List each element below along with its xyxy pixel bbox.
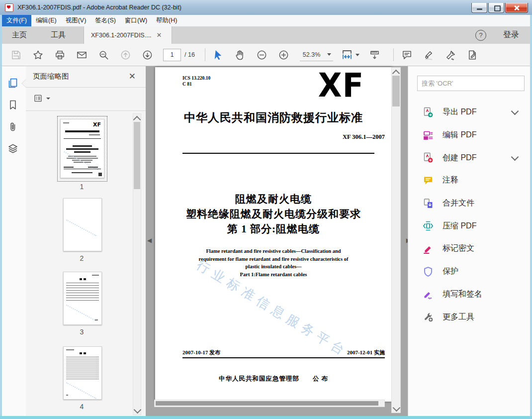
next-page-button[interactable]	[141, 49, 153, 61]
thumbnail-page-3[interactable]	[63, 272, 102, 325]
tab-document[interactable]: XF306.1-2007FDIS.... ✕	[84, 26, 172, 44]
tool-create-pdf[interactable]: 创建 PDF	[408, 146, 532, 169]
thumbnail-number: 2	[57, 254, 106, 262]
publisher-line: 中华人民共和国应急管理部 公 布	[155, 375, 392, 383]
header-rule	[182, 153, 374, 154]
star-icon	[32, 49, 44, 61]
toolbar-separator	[205, 48, 205, 61]
thumbnail-page-1[interactable]: XF	[60, 119, 104, 178]
tools-list: 导出 PDF 编辑 PDF 创建 PDF 注释	[408, 101, 532, 328]
fill-sign-icon	[422, 288, 434, 300]
protect-shield-icon	[422, 266, 434, 278]
page-down-icon	[142, 49, 153, 61]
fill-sign-button[interactable]	[466, 49, 478, 61]
vertical-scrollbar[interactable]	[391, 67, 401, 413]
select-tool-button[interactable]	[212, 49, 224, 61]
list-options-icon	[33, 93, 43, 104]
window-frame-right	[530, 15, 532, 419]
help-icon[interactable]: ?	[475, 30, 486, 41]
tool-label: 合并文件	[443, 198, 474, 209]
panel-scrollbar-thumb[interactable]	[134, 122, 140, 189]
panel-divider	[26, 110, 146, 111]
layers-button[interactable]	[0, 138, 26, 160]
window-frame-left	[0, 15, 2, 419]
search-button[interactable]	[97, 49, 109, 61]
page-fit-dropdown[interactable]	[341, 49, 359, 61]
save-button[interactable]	[10, 49, 22, 61]
tool-combine-files[interactable]: 合并文件	[408, 192, 532, 215]
close-button[interactable]	[505, 3, 528, 13]
thumbnails-panel: 页面缩略图 ✕ XF	[26, 66, 146, 419]
zoom-in-button[interactable]	[278, 49, 290, 61]
attachments-button[interactable]	[0, 116, 26, 138]
standard-category: 中华人民共和国消防救援行业标准	[155, 110, 392, 125]
menu-window[interactable]: 窗口(W)	[120, 15, 152, 26]
comment-button[interactable]	[401, 49, 413, 61]
page-thumbnails-icon	[7, 77, 19, 89]
compress-pdf-icon	[422, 220, 434, 232]
tool-comment[interactable]: 注释	[408, 169, 532, 192]
hand-tool-button[interactable]	[234, 49, 246, 61]
zoom-level-dropdown[interactable]: 52.3%	[300, 49, 333, 61]
tool-fill-sign[interactable]: 填写和签名	[408, 283, 532, 306]
create-pdf-icon	[422, 152, 434, 164]
tool-label: 压缩 PDF	[443, 221, 476, 231]
menu-view[interactable]: 视图(V)	[61, 15, 91, 26]
print-button[interactable]	[54, 49, 66, 61]
collapse-left-panel-icon[interactable]: ◀	[147, 237, 152, 244]
chevron-down-icon	[511, 107, 519, 115]
scroll-down-icon[interactable]	[134, 406, 142, 414]
horizontal-scrollbar-thumb[interactable]	[156, 401, 378, 406]
previous-page-button[interactable]	[119, 49, 131, 61]
zoom-out-button[interactable]	[256, 49, 268, 61]
select-cursor-icon	[212, 49, 224, 61]
thumbnail-page-2[interactable]	[63, 198, 102, 251]
thumbnail-number: 4	[57, 403, 106, 411]
pdf-page[interactable]: ICS 13.220.10 C 81 XF 中华人民共和国消防救援行业标准 XF…	[155, 67, 392, 402]
tab-tools[interactable]: 工具	[39, 26, 78, 44]
email-button[interactable]	[76, 49, 88, 61]
tool-label: 保护	[443, 266, 458, 277]
panel-close-icon[interactable]: ✕	[129, 71, 136, 82]
vertical-scrollbar-thumb[interactable]	[392, 76, 400, 106]
scroll-down-icon[interactable]	[393, 404, 401, 412]
standard-number: XF 306.1—2007	[343, 133, 385, 141]
menu-sign[interactable]: 签名(S)	[90, 15, 120, 26]
menu-help[interactable]: 帮助(H)	[152, 15, 181, 26]
chevron-down-icon	[511, 153, 519, 161]
tool-label: 标记密文	[443, 243, 474, 254]
menu-edit[interactable]: 编辑(E)	[31, 15, 61, 26]
panel-scrollbar[interactable]	[133, 113, 141, 415]
tab-bar-right: ? 登录	[475, 26, 532, 44]
thumbnail-page-4[interactable]	[63, 346, 102, 400]
title-bar[interactable]: XF306.1-2007FDIS.pdf - Adobe Acrobat Rea…	[0, 0, 532, 15]
tool-redact[interactable]: 标记密文	[408, 237, 532, 260]
tools-search-input[interactable]	[417, 76, 525, 91]
tool-more-tools[interactable]: 更多工具	[408, 306, 532, 328]
panel-options-button[interactable]	[33, 93, 50, 104]
pdf-file-icon	[5, 3, 13, 12]
paperclip-icon	[7, 121, 19, 133]
tab-home[interactable]: 主页	[0, 26, 39, 44]
menu-bar: 文件(F) 编辑(E) 视图(V) 签名(S) 窗口(W) 帮助(H)	[0, 15, 532, 27]
page-number-input[interactable]	[163, 49, 181, 61]
menu-file[interactable]: 文件(F)	[2, 15, 31, 26]
bookmarks-button[interactable]	[0, 94, 26, 116]
tool-edit-pdf[interactable]: 编辑 PDF	[408, 124, 532, 147]
tool-compress-pdf[interactable]: 压缩 PDF	[408, 214, 532, 237]
tool-protect[interactable]: 保护	[408, 260, 532, 283]
horizontal-scrollbar[interactable]	[154, 400, 385, 407]
email-icon	[76, 49, 88, 61]
minimize-button[interactable]	[471, 3, 487, 13]
toolbar-collapse-button[interactable]	[368, 49, 380, 61]
maximize-button[interactable]	[488, 3, 504, 13]
favorites-star-button[interactable]	[32, 49, 44, 61]
login-button[interactable]: 登录	[503, 30, 519, 40]
sign-button[interactable]	[444, 49, 456, 61]
zoom-out-icon	[256, 49, 267, 61]
tools-panel: 导出 PDF 编辑 PDF 创建 PDF 注释	[408, 66, 532, 419]
tab-close-icon[interactable]: ✕	[157, 32, 162, 38]
tool-export-pdf[interactable]: 导出 PDF	[408, 101, 532, 124]
highlight-button[interactable]	[423, 49, 435, 61]
close-icon	[514, 5, 520, 11]
